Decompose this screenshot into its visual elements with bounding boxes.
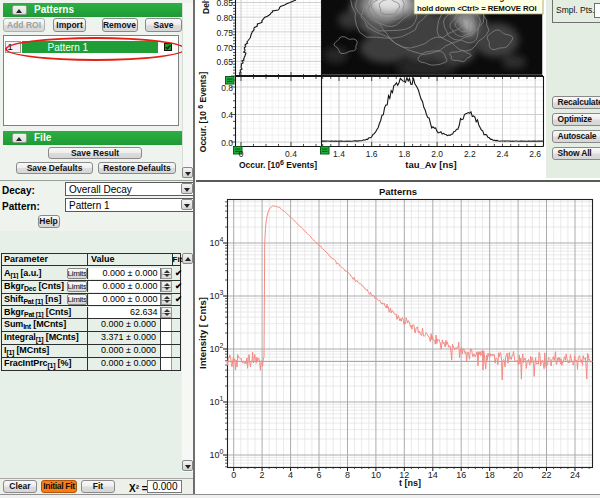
svg-text:24: 24 [570,470,580,480]
svg-text:0.4: 0.4 [285,149,297,159]
svg-text:0.65: 0.65 [216,57,233,67]
svg-text:20: 20 [513,470,523,480]
svg-text:16: 16 [456,470,466,480]
svg-text:hold down <Ctrl> + drag = ADD: hold down <Ctrl> + drag = ADD ROI [417,0,545,2]
svg-text:0.4: 0.4 [221,110,233,120]
svg-text:1.8: 1.8 [398,149,410,159]
svg-text:2.2: 2.2 [464,149,476,159]
svg-text:4: 4 [288,470,293,480]
svg-text:hold down <Ctrl> = REMOVE ROI: hold down <Ctrl> = REMOVE ROI [417,4,536,13]
svg-text:0.8: 0.8 [221,83,233,93]
svg-text:Occur. [106 Events]: Occur. [106 Events] [239,159,317,170]
svg-text:1.6: 1.6 [366,149,378,159]
svg-text:Patterns: Patterns [379,186,417,197]
svg-text:10: 10 [371,470,381,480]
svg-text:0.80: 0.80 [216,13,233,23]
svg-text:22: 22 [541,470,551,480]
svg-text:2: 2 [260,470,265,480]
svg-text:1.4: 1.4 [333,149,345,159]
svg-text:0.85: 0.85 [216,0,233,8]
svg-text:t [ns]: t [ns] [399,478,421,488]
svg-text:2.6: 2.6 [529,149,541,159]
svg-text:Occur. [10 6 Events]: Occur. [10 6 Events] [197,72,208,153]
svg-text:0.75: 0.75 [216,28,233,38]
svg-text:0.70: 0.70 [216,43,233,53]
svg-text:103: 103 [210,289,224,301]
svg-text:0: 0 [231,470,236,480]
svg-text:0.0: 0.0 [221,138,233,148]
svg-text:0: 0 [239,149,244,159]
svg-text:104: 104 [210,236,224,248]
svg-text:tau_Av [ns]: tau_Av [ns] [405,159,456,170]
svg-text:18: 18 [485,470,495,480]
svg-text:8: 8 [345,470,350,480]
svg-text:101: 101 [210,395,224,407]
svg-text:2.4: 2.4 [497,149,509,159]
svg-text:Delta: Delta [201,0,211,14]
svg-text:102: 102 [210,342,224,354]
svg-text:100: 100 [210,448,224,460]
svg-text:2.0: 2.0 [431,149,443,159]
svg-text:6: 6 [316,470,321,480]
svg-text:14: 14 [428,470,438,480]
svg-text:Intensity [ Cnts]: Intensity [ Cnts] [197,297,208,369]
